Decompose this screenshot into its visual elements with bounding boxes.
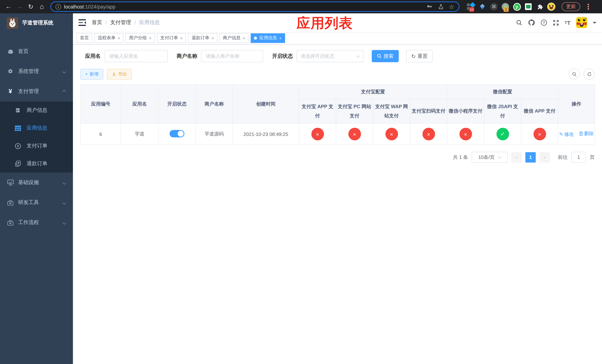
home-icon[interactable]: ⌂ (37, 2, 47, 11)
page-size-select[interactable]: 10条/页 (472, 152, 508, 162)
update-button[interactable]: 更新 (562, 2, 580, 11)
enabled-toggle[interactable] (170, 130, 184, 137)
export-button[interactable]: 导出 (107, 69, 132, 79)
filter-label-app-name: 应用名 (85, 53, 101, 59)
extension-grid-icon[interactable]: 10 (467, 3, 475, 11)
close-icon[interactable]: × (118, 36, 120, 40)
back-icon[interactable]: ← (4, 2, 13, 11)
status-alipay-pc-icon: × (348, 128, 361, 140)
help-icon[interactable]: ? (540, 19, 547, 26)
password-key-icon[interactable] (426, 3, 433, 10)
search-icon (377, 54, 382, 58)
bookmark-star-icon[interactable]: ☆ (449, 3, 454, 10)
refresh-button[interactable] (583, 68, 595, 80)
next-page-button[interactable]: › (539, 152, 550, 162)
status-select-placeholder: 请选择开启状态 (301, 53, 334, 59)
status-select[interactable]: 请选择开启状态 (297, 50, 364, 62)
sidebar-item-infra[interactable]: 基础设施 (0, 172, 73, 193)
filter-form: 应用名 商户名称 开启状态 请选择开启状态 搜索 ↻ 重置 (80, 50, 595, 62)
sidebar-item-label: 退款订单 (27, 160, 47, 167)
font-size-icon[interactable]: TT (565, 20, 570, 26)
tab-merchant-info[interactable]: 商户信息× (220, 33, 249, 43)
goto-suffix: 页 (590, 154, 595, 161)
prev-page-button[interactable]: ‹ (511, 152, 522, 162)
close-icon[interactable]: × (212, 36, 214, 40)
sidebar-item-system[interactable]: 系统管理 (0, 62, 73, 81)
extension-y-icon[interactable]: y (513, 3, 521, 11)
goto-page-input[interactable] (571, 152, 586, 162)
page-annotation: 应用列表 (297, 14, 353, 32)
app-title: 芋道管理系统 (22, 20, 53, 26)
github-icon[interactable] (528, 19, 535, 26)
sidebar-collapse-icon[interactable] (78, 19, 86, 26)
breadcrumb-payment[interactable]: 支付管理 (110, 19, 131, 26)
search-button[interactable]: 搜索 (372, 50, 399, 62)
tab-app-info[interactable]: 应用信息× (251, 33, 285, 43)
sidebar-item-refund-orders[interactable]: 退款订单 (0, 155, 73, 172)
sidebar-item-label: 支付订单 (27, 143, 47, 149)
profile-avatar-icon[interactable] (547, 3, 555, 11)
col-alipay-qr: 支付宝扫码支付 (410, 99, 447, 124)
close-icon[interactable]: × (149, 36, 151, 40)
tab-process-form[interactable]: 流程表单× (94, 33, 123, 43)
close-icon[interactable]: × (243, 36, 245, 40)
sidebar-item-payment[interactable]: ¥ 支付管理 (0, 81, 73, 101)
chevron-down-icon (62, 201, 66, 204)
sidebar-item-app-info[interactable]: 应用信息 (0, 119, 73, 137)
tab-user-group[interactable]: 用户分组× (126, 33, 155, 43)
sidebar-item-workflow[interactable]: 工作流程 (0, 213, 73, 233)
chevron-down-icon (356, 54, 360, 57)
extension-area: 10 ⌘ 1 y 更新 (467, 2, 592, 11)
address-bar[interactable]: i localhost:1024/pay/app ☆ (50, 1, 460, 12)
close-icon[interactable]: × (279, 36, 281, 40)
delete-link[interactable]: 删除 (579, 130, 594, 137)
show-search-button[interactable] (569, 68, 580, 80)
search-icon[interactable] (516, 20, 522, 26)
sidebar-item-dev-tools[interactable]: 研发工具 (0, 193, 73, 213)
browser-menu-icon[interactable] (585, 3, 592, 11)
extension-avatar-icon[interactable]: 1 (501, 3, 509, 11)
sidebar-item-home[interactable]: 首页 (0, 42, 73, 62)
briefcase-icon (6, 220, 14, 225)
app-name-input[interactable] (104, 50, 168, 62)
screen: ← → ↻ ⌂ i localhost:1024/pay/app ☆ 10 ⌘ … (0, 0, 602, 364)
col-created: 创建时间 (233, 85, 299, 124)
forward-icon[interactable]: → (15, 2, 24, 11)
extensions-puzzle-icon[interactable] (536, 3, 544, 11)
search-icon (572, 72, 577, 76)
edit-link[interactable]: ✎修改 (559, 131, 574, 138)
reset-button[interactable]: ↻ 重置 (406, 50, 433, 62)
site-info-icon[interactable]: i (55, 4, 61, 10)
tab-refund-orders[interactable]: 退款订单× (188, 33, 217, 43)
merchant-name-input[interactable] (201, 50, 263, 62)
avatar-caret-icon[interactable] (593, 22, 596, 25)
close-icon[interactable]: × (180, 36, 183, 40)
user-avatar[interactable] (576, 17, 587, 28)
total-count: 共 1 条 (453, 154, 468, 161)
extension-kite-icon[interactable] (478, 3, 486, 11)
logo-row[interactable]: 芋道管理系统 (0, 13, 73, 32)
sidebar-item-pay-orders[interactable]: ¥ 支付订单 (0, 137, 73, 155)
chevron-down-icon (62, 70, 66, 73)
col-alipay-app: 支付宝 APP 支付 (299, 99, 336, 124)
group-wechat-config: 微信配置 (447, 85, 558, 99)
app-table: 应用编号 应用名 开启状态 商户名称 创建时间 支付宝配置 微信配置 操作 支付… (80, 85, 595, 145)
tab-home[interactable]: 首页 (77, 33, 92, 43)
reload-icon[interactable]: ↻ (26, 2, 35, 11)
current-page-button[interactable]: 1 (525, 152, 536, 162)
fullscreen-icon[interactable] (553, 20, 559, 26)
breadcrumb-home[interactable]: 首页 (92, 19, 102, 26)
sidebar-item-label: 系统管理 (18, 68, 63, 75)
col-app-id: 应用编号 (81, 85, 121, 124)
status-alipay-wap-icon: × (385, 128, 398, 140)
tab-pay-orders[interactable]: 支付订单× (157, 33, 186, 43)
extension-chat-icon[interactable] (524, 3, 532, 11)
extension-command-icon[interactable]: ⌘ (490, 3, 498, 11)
add-button[interactable]: + 新增 (80, 69, 103, 79)
share-icon[interactable] (438, 3, 444, 10)
sidebar-item-merchant-info[interactable]: 商户信息 (0, 101, 73, 119)
col-status: 开启状态 (158, 85, 196, 124)
group-alipay-config: 支付宝配置 (299, 85, 447, 99)
url-text[interactable]: localhost:1024/pay/app (64, 4, 423, 10)
url-host: localhost (64, 4, 84, 10)
